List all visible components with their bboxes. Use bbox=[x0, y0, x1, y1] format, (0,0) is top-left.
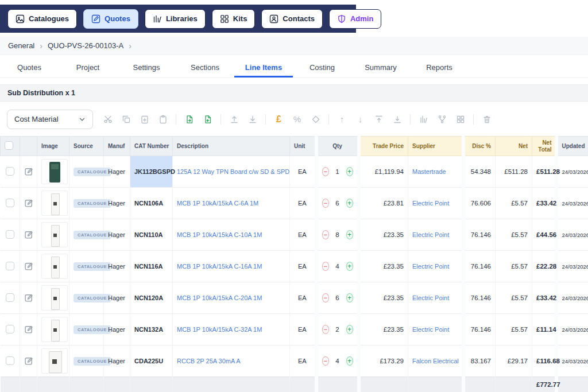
move-up-icon[interactable]: ↑ bbox=[336, 114, 347, 125]
row-checkbox[interactable] bbox=[6, 230, 14, 239]
row-checkbox[interactable] bbox=[6, 325, 14, 333]
cat-number-cell[interactable]: CDA225U bbox=[130, 346, 173, 377]
tab-project[interactable]: Project bbox=[59, 57, 117, 77]
cat-number-cell[interactable]: NCN120A bbox=[130, 282, 173, 314]
edit-row-icon[interactable] bbox=[24, 230, 34, 239]
description-link[interactable]: MCB 1P 10kA/15kA C-16A 1M bbox=[177, 263, 262, 270]
qty-decrease-button[interactable] bbox=[322, 262, 329, 271]
percent-icon[interactable]: % bbox=[292, 114, 303, 125]
tab-sections[interactable]: Sections bbox=[176, 57, 234, 77]
supplier-cell[interactable]: Electric Point bbox=[408, 314, 463, 346]
description-cell[interactable]: MCB 1P 10kA/15kA C-10A 1M bbox=[173, 219, 290, 251]
supplier-cell[interactable]: Electric Point bbox=[408, 282, 463, 314]
qty-decrease-button[interactable] bbox=[322, 230, 329, 239]
move-down-icon[interactable]: ↓ bbox=[355, 114, 366, 125]
line-item-row[interactable]: CATALOGUE Hager NCN116A MCB 1P 10kA/15kA… bbox=[1, 251, 588, 282]
cost-mode-select[interactable]: Cost Material bbox=[7, 110, 93, 129]
qty-increase-button[interactable] bbox=[346, 199, 353, 208]
download-icon[interactable] bbox=[247, 114, 258, 125]
description-cell[interactable]: MCB 1P 10kA/15kA C-32A 1M bbox=[173, 314, 290, 346]
description-cell[interactable]: MCB 1P 10kA/15kA C-20A 1M bbox=[173, 282, 290, 314]
nav-button-contacts[interactable]: Contacts bbox=[261, 9, 323, 29]
align-top-icon[interactable] bbox=[373, 114, 384, 125]
tab-line-items[interactable]: Line Items bbox=[234, 57, 293, 77]
diamond-icon[interactable] bbox=[310, 114, 321, 125]
description-cell[interactable]: 125A 12 Way TPN Board c/w SD & SPD bbox=[173, 156, 290, 188]
tab-costing[interactable]: Costing bbox=[293, 57, 351, 77]
cat-number-cell[interactable]: NCN116A bbox=[130, 251, 173, 282]
line-item-row[interactable]: CATALOGUE Hager CDA225U RCCB 2P 25A 30mA… bbox=[1, 346, 588, 377]
align-bottom-icon[interactable] bbox=[392, 114, 403, 125]
tab-settings[interactable]: Settings bbox=[117, 57, 176, 77]
supplier-link[interactable]: Electric Point bbox=[412, 294, 449, 301]
cut-icon[interactable] bbox=[102, 114, 113, 125]
cat-number-cell[interactable]: NCN132A bbox=[130, 314, 173, 346]
bars-icon[interactable] bbox=[418, 114, 429, 125]
line-item-row[interactable]: CATALOGUE Hager NCN120A MCB 1P 10kA/15kA… bbox=[1, 282, 588, 314]
breadcrumb-quote-number[interactable]: QUO-PVS-26-00103-A bbox=[48, 41, 123, 50]
upload-icon[interactable] bbox=[229, 114, 239, 125]
branch-icon[interactable] bbox=[436, 114, 447, 125]
nav-button-libraries[interactable]: Libraries bbox=[145, 9, 206, 29]
line-item-row[interactable]: CATALOGUE Hager NCN110A MCB 1P 10kA/15kA… bbox=[1, 219, 588, 251]
select-all-checkbox[interactable] bbox=[5, 141, 13, 150]
qty-increase-button[interactable] bbox=[346, 167, 353, 176]
edit-row-icon[interactable] bbox=[24, 356, 34, 366]
delete-icon[interactable] bbox=[481, 114, 492, 125]
edit-row-icon[interactable] bbox=[24, 293, 34, 302]
qty-decrease-button[interactable] bbox=[322, 356, 329, 366]
description-link[interactable]: MCB 1P 10kA/15kA C-10A 1M bbox=[177, 231, 262, 238]
tab-reports[interactable]: Reports bbox=[410, 57, 469, 77]
qty-increase-button[interactable] bbox=[346, 356, 353, 366]
paste-icon[interactable] bbox=[139, 114, 150, 125]
supplier-cell[interactable]: Electric Point bbox=[408, 188, 463, 219]
supplier-link[interactable]: Mastertrade bbox=[412, 168, 446, 175]
nav-button-admin[interactable]: Admin bbox=[329, 9, 381, 29]
row-checkbox[interactable] bbox=[6, 199, 14, 207]
edit-row-icon[interactable] bbox=[24, 198, 34, 208]
row-checkbox[interactable] bbox=[6, 356, 14, 365]
line-item-row[interactable]: CATALOGUE Hager NCN106A MCB 1P 10kA/15kA… bbox=[1, 188, 588, 219]
supplier-link[interactable]: Falcon Electrical bbox=[412, 358, 459, 364]
copy-icon[interactable] bbox=[121, 114, 131, 125]
supplier-cell[interactable]: Electric Point bbox=[408, 219, 463, 251]
nav-button-catalogues[interactable]: Catalogues bbox=[7, 9, 77, 29]
qty-increase-button[interactable] bbox=[346, 293, 353, 302]
edit-row-icon[interactable] bbox=[24, 324, 34, 334]
import-document-icon[interactable] bbox=[184, 114, 195, 125]
supplier-link[interactable]: Electric Point bbox=[412, 231, 449, 238]
line-item-row[interactable]: CATALOGUE Hager NCN132A MCB 1P 10kA/15kA… bbox=[1, 314, 588, 346]
clipboard-icon[interactable] bbox=[157, 114, 168, 125]
description-cell[interactable]: MCB 1P 10kA/15kA C-16A 1M bbox=[173, 251, 290, 282]
row-checkbox[interactable] bbox=[6, 293, 14, 302]
row-checkbox[interactable] bbox=[6, 262, 14, 270]
cat-number-cell[interactable]: NCN110A bbox=[130, 219, 173, 251]
line-item-row[interactable]: CATALOGUE Hager JK112BGSPD 125A 12 Way T… bbox=[1, 156, 588, 188]
cat-number-cell[interactable]: NCN106A bbox=[130, 188, 173, 219]
qty-increase-button[interactable] bbox=[346, 325, 353, 334]
qty-decrease-button[interactable] bbox=[322, 167, 329, 176]
supplier-link[interactable]: Electric Point bbox=[412, 263, 449, 270]
nav-button-quotes[interactable]: Quotes bbox=[83, 9, 138, 29]
edit-row-icon[interactable] bbox=[24, 261, 34, 271]
tab-quotes[interactable]: Quotes bbox=[0, 57, 59, 77]
description-cell[interactable]: RCCB 2P 25A 30mA A bbox=[173, 346, 290, 377]
supplier-link[interactable]: Electric Point bbox=[412, 326, 449, 333]
export-document-icon[interactable] bbox=[202, 114, 213, 125]
qty-increase-button[interactable] bbox=[346, 230, 353, 239]
supplier-cell[interactable]: Mastertrade bbox=[408, 156, 463, 188]
description-link[interactable]: 125A 12 Way TPN Board c/w SD & SPD bbox=[177, 168, 289, 175]
currency-icon[interactable]: £ bbox=[273, 114, 284, 125]
section-bar[interactable]: Sub Distribution x 1 bbox=[0, 84, 588, 102]
supplier-link[interactable]: Electric Point bbox=[412, 200, 449, 207]
qty-increase-button[interactable] bbox=[346, 262, 353, 271]
description-link[interactable]: MCB 1P 10kA/15kA C-32A 1M bbox=[177, 326, 262, 333]
tab-summary[interactable]: Summary bbox=[351, 57, 410, 77]
description-cell[interactable]: MCB 1P 10kA/15kA C-6A 1M bbox=[173, 188, 290, 219]
nav-button-kits[interactable]: Kits bbox=[212, 9, 256, 29]
grid-icon[interactable] bbox=[455, 114, 466, 125]
description-link[interactable]: RCCB 2P 25A 30mA A bbox=[177, 358, 240, 364]
qty-decrease-button[interactable] bbox=[322, 325, 329, 334]
description-link[interactable]: MCB 1P 10kA/15kA C-20A 1M bbox=[177, 294, 262, 301]
breadcrumb-general[interactable]: General bbox=[8, 41, 34, 50]
